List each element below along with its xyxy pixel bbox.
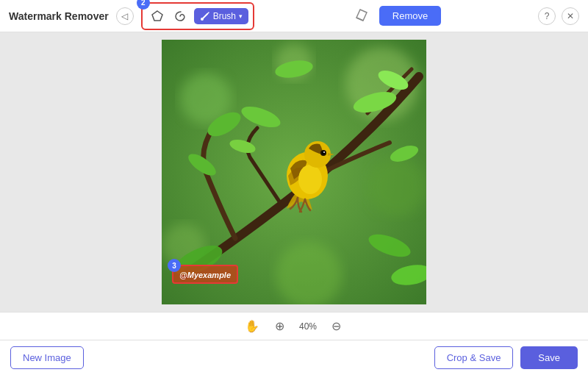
save-button[interactable]: Save	[520, 346, 578, 369]
title-bar: Watermark Remover ◁ 2	[0, 0, 588, 32]
title-right: ? ✕	[538, 7, 579, 25]
app-title: Watermark Remover	[9, 10, 109, 22]
svg-marker-0	[152, 11, 162, 21]
lasso-icon	[174, 10, 187, 23]
brush-icon	[200, 11, 210, 21]
watermark-text: @Myexample	[179, 271, 231, 279]
brush-label: Brush	[213, 11, 236, 21]
title-center: Remove	[351, 4, 441, 28]
help-icon: ?	[545, 11, 550, 21]
polygon-select-button[interactable]	[147, 6, 168, 26]
back-icon: ◁	[121, 11, 128, 21]
zoom-out-icon: ⊖	[331, 319, 341, 333]
svg-point-2	[201, 18, 204, 21]
close-icon: ✕	[567, 11, 574, 21]
back-button[interactable]: ◁	[116, 7, 134, 25]
polygon-icon	[151, 10, 164, 23]
zoom-in-button[interactable]: ⊕	[271, 318, 289, 335]
crop-save-button[interactable]: Crop & Save	[434, 346, 514, 369]
zoom-in-icon: ⊕	[275, 319, 284, 333]
hand-tool-button[interactable]: ✋	[243, 318, 261, 335]
brush-chevron-icon: ▾	[239, 12, 243, 20]
eraser-icon	[354, 7, 369, 21]
watermark-box[interactable]: 3 @Myexample	[172, 265, 238, 284]
svg-point-8	[368, 157, 426, 216]
new-image-button[interactable]: New Image	[10, 346, 84, 369]
svg-point-21	[298, 165, 322, 194]
close-button[interactable]: ✕	[562, 7, 579, 25]
zoom-toolbar: ✋ ⊕ 40% ⊖	[0, 312, 588, 340]
badge-3: 3	[168, 259, 181, 272]
svg-point-25	[323, 151, 325, 153]
zoom-out-button[interactable]: ⊖	[327, 318, 345, 335]
badge-2: 2	[137, 0, 150, 10]
selection-tools-group: 2 Brush ▾	[141, 2, 254, 30]
main-area: 3 @Myexample	[0, 32, 588, 312]
brush-button[interactable]: Brush ▾	[194, 8, 248, 24]
remove-button[interactable]: Remove	[379, 6, 441, 26]
help-button[interactable]: ?	[538, 7, 556, 25]
footer-right: Crop & Save Save	[434, 346, 578, 369]
title-left: Watermark Remover ◁ 2	[9, 2, 254, 30]
hand-icon: ✋	[245, 319, 259, 333]
eraser-button[interactable]	[351, 4, 372, 28]
svg-line-4	[356, 18, 363, 21]
footer-bar: New Image Crop & Save Save	[0, 340, 588, 375]
lasso-select-button[interactable]	[171, 6, 191, 26]
image-container: 3 @Myexample	[162, 40, 426, 304]
zoom-level: 40%	[299, 321, 317, 332]
